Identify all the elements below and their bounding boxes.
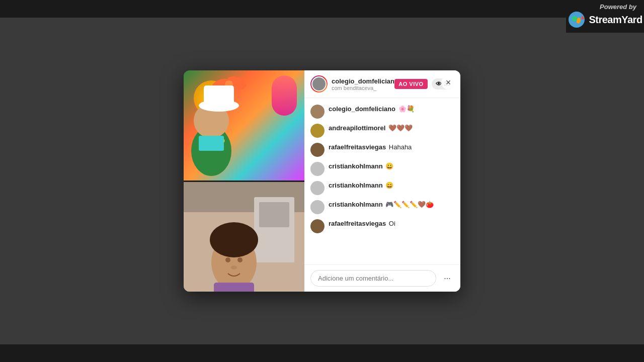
comment-body: colegio_domfeliciano 🌸💐 [329, 105, 454, 114]
avatar [310, 200, 325, 214]
comment-text: 🎮✏️✏️✏️🤎🍅 [385, 201, 434, 208]
comment-text: 🤎🤎🤎 [388, 124, 413, 132]
svg-point-19 [225, 257, 230, 262]
comment-username: cristiankohlmann [329, 182, 383, 189]
header-sub: com benditaceva_ [332, 85, 390, 91]
comment-text: 😀 [385, 162, 393, 170]
chat-header: colegio_domfeliciano com benditaceva_ AO… [304, 70, 460, 98]
streamyard-branding: Powered by StreamYard [566, 0, 644, 33]
comment-body: andreapilottimorel 🤎🤎🤎 [329, 124, 454, 133]
video-top-image [184, 70, 304, 180]
eye-icon: 👁 [436, 80, 442, 87]
svg-rect-10 [204, 85, 234, 106]
svg-rect-22 [214, 283, 254, 292]
live-badge: AO VIVO [394, 79, 427, 89]
video-bottom-image [184, 182, 304, 292]
list-item: andreapilottimorel 🤎🤎🤎 [304, 121, 460, 140]
comment-body: rafaelfreitasviegas Hahaha [329, 143, 454, 152]
avatar [310, 143, 325, 157]
avatar [310, 162, 325, 176]
list-item: rafaelfreitasviegas Hahaha [304, 140, 460, 159]
avatar [310, 181, 325, 195]
more-options-icon: ··· [444, 274, 450, 283]
comment-username: cristiankohlmann [329, 162, 383, 170]
streamyard-icon [568, 11, 586, 29]
bottom-bar [0, 344, 644, 362]
comment-username: rafaelfreitasviegas [329, 220, 386, 227]
avatar [310, 105, 325, 119]
comment-text: 🌸💐 [398, 105, 415, 113]
comment-input[interactable] [310, 270, 436, 287]
svg-point-21 [231, 265, 237, 269]
avatar [310, 124, 325, 138]
streamyard-logo-row: StreamYard [568, 11, 642, 29]
avatar [310, 219, 325, 233]
more-options-button[interactable]: ··· [440, 272, 454, 286]
list-item: cristiankohlmann 😀 [304, 159, 460, 178]
comment-text: Oi [389, 220, 395, 227]
live-modal: × [184, 70, 460, 292]
svg-point-18 [210, 222, 258, 257]
svg-rect-16 [259, 202, 289, 227]
comment-body: cristiankohlmann 🎮✏️✏️✏️🤎🍅 [329, 200, 454, 209]
comment-text: Hahaha [389, 143, 412, 151]
comment-input-area: ··· [304, 264, 460, 292]
comment-username: rafaelfreitasviegas [329, 143, 386, 151]
header-avatar [310, 75, 328, 93]
comment-body: cristiankohlmann 😀 [329, 162, 454, 171]
top-bar [0, 0, 644, 18]
close-button[interactable]: × [441, 75, 455, 89]
list-item: cristiankohlmann 🎮✏️✏️✏️🤎🍅 [304, 198, 460, 217]
chat-panel: colegio_domfeliciano com benditaceva_ AO… [304, 70, 460, 292]
comment-body: cristiankohlmann 😄 [329, 181, 454, 190]
video-bottom [184, 182, 304, 292]
video-panel [184, 70, 304, 292]
comment-text: 😄 [385, 182, 393, 189]
header-info: colegio_domfeliciano com benditaceva_ [332, 77, 390, 91]
main-content: × [0, 18, 644, 344]
header-username: colegio_domfeliciano [332, 77, 390, 85]
list-item: colegio_domfeliciano 🌸💐 [304, 102, 460, 121]
comments-list: colegio_domfeliciano 🌸💐 andreapilottimor… [304, 98, 460, 264]
svg-point-1 [572, 16, 577, 21]
comment-username: cristiankohlmann [329, 201, 383, 208]
list-item: rafaelfreitasviegas Oi [304, 217, 460, 236]
comment-body: rafaelfreitasviegas Oi [329, 219, 454, 228]
svg-point-20 [237, 257, 243, 262]
video-top [184, 70, 304, 180]
header-avatar-inner [311, 76, 327, 92]
list-item: cristiankohlmann 😄 [304, 178, 460, 198]
comment-username: colegio_domfeliciano [329, 105, 395, 113]
comment-username: andreapilottimorel [329, 124, 385, 132]
svg-rect-12 [199, 136, 224, 151]
streamyard-name: StreamYard [589, 14, 642, 26]
powered-by-text: Powered by [600, 3, 636, 11]
